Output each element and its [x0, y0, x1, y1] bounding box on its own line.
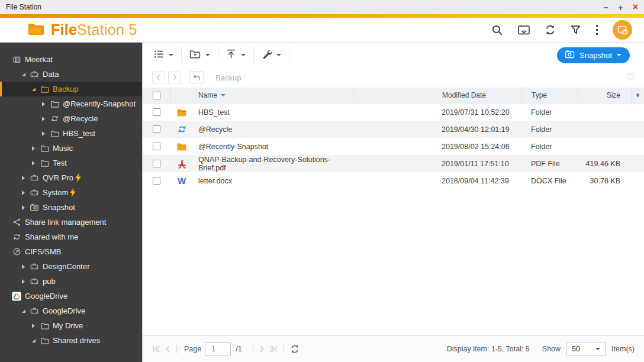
file-row-hbs-test[interactable]: HBS_test2019/07/31 10:52:20Folder	[143, 104, 644, 121]
share-icon	[12, 218, 21, 227]
file-row-letter-docx[interactable]: Wletter.docx2018/09/04 11:42:39DOCX File…	[143, 172, 644, 189]
search-icon[interactable]	[491, 24, 503, 36]
sidebar-item-my-drive[interactable]: My Drive	[0, 318, 142, 333]
last-page-button[interactable]	[269, 345, 278, 353]
refresh-icon[interactable]	[545, 24, 556, 35]
sidebar-item-cifs-smb[interactable]: CIFS/SMB	[0, 244, 142, 259]
sidebar-item-system[interactable]: System	[0, 185, 142, 200]
file-type: PDF File	[531, 160, 560, 168]
filter-icon[interactable]	[570, 24, 581, 35]
name-column-header[interactable]: Name	[194, 88, 353, 103]
expand-arrow-icon[interactable]	[32, 324, 40, 328]
drive-icon	[30, 277, 39, 286]
qts-desktop-icon[interactable]	[613, 20, 632, 40]
sidebar-item-shared-with-me[interactable]: Shared with me	[0, 230, 142, 244]
add-column-button[interactable]: +	[631, 88, 644, 103]
collapse-arrow-icon[interactable]	[22, 73, 30, 76]
view-mode-button[interactable]	[146, 47, 182, 63]
row-checkbox[interactable]	[153, 160, 160, 167]
go-up-button[interactable]	[189, 72, 204, 83]
type-column-header[interactable]: Type	[521, 88, 578, 103]
expand-arrow-icon[interactable]	[32, 161, 40, 166]
folder-fill-icon	[176, 107, 187, 118]
more-options-icon[interactable]	[595, 24, 598, 35]
collapse-arrow-icon[interactable]	[22, 309, 30, 313]
filestation-logo: FileStation 5	[27, 21, 137, 38]
sidebar-tree: MeerkatDataBackup@Recently-Snapshot@Recy…	[0, 43, 142, 362]
snapshot-button[interactable]: Snapshot	[557, 47, 630, 63]
row-checkbox[interactable]	[153, 125, 160, 133]
sidebar-item-label: Snapshot	[43, 203, 75, 212]
select-all-checkbox[interactable]	[153, 92, 160, 99]
sidebar-item-recycle[interactable]: @Recycle	[0, 111, 142, 126]
expand-arrow-icon[interactable]	[22, 279, 30, 284]
page-size-select[interactable]: 50	[566, 342, 606, 356]
file-row-recycle[interactable]: @Recycle2019/04/30 12:01:19Folder	[143, 121, 644, 138]
pdf-icon	[176, 159, 187, 169]
row-checkbox[interactable]	[153, 108, 160, 116]
previous-page-button[interactable]	[165, 345, 170, 353]
breadcrumb[interactable]: Backup	[215, 73, 241, 82]
sidebar-item-label: Test	[53, 159, 67, 167]
expand-arrow-icon[interactable]	[32, 146, 40, 151]
file-name: @Recycle	[198, 125, 232, 134]
sidebar-item-meerkat[interactable]: Meerkat	[0, 52, 142, 67]
refresh-list-icon[interactable]	[290, 344, 300, 354]
sidebar-item-designcenter[interactable]: DesignCenter	[0, 259, 142, 274]
sidebar-item-pub[interactable]: pub	[0, 274, 142, 289]
title-bar: File Station − + ×	[0, 0, 644, 14]
file-type: Folder	[531, 108, 552, 117]
size-column-header[interactable]: Size	[578, 88, 631, 103]
sidebar-item-test[interactable]: Test	[0, 156, 142, 170]
file-name: letter.docx	[198, 177, 232, 185]
file-modified-date: 2019/01/11 17:51:10	[442, 160, 509, 168]
maximize-icon[interactable]: +	[618, 3, 623, 12]
modified-date-column-header[interactable]: Modified Date	[353, 88, 521, 103]
file-list: HBS_test2019/07/31 10:52:20Folder@Recycl…	[143, 104, 644, 189]
file-row-recently-snapshot[interactable]: @Recently-Snapshot2019/08/02 15:24:06Fol…	[143, 138, 644, 155]
favorite-heart-icon[interactable]: ♡	[626, 73, 635, 82]
expand-arrow-icon[interactable]	[42, 117, 50, 121]
close-icon[interactable]: ×	[633, 2, 638, 12]
file-row-qnap-backup-and-recovery-solutions-brief-pdf[interactable]: QNAP-Backup-and-Recovery-Solutions-Brief…	[143, 155, 644, 172]
row-checkbox[interactable]	[153, 177, 160, 185]
sidebar-item-snapshot[interactable]: Snapshot	[0, 200, 142, 215]
folder-icon	[40, 336, 49, 345]
file-size: 30.78 KB	[590, 177, 620, 185]
sidebar-item-shared-drives[interactable]: Shared drives	[0, 333, 142, 348]
expand-arrow-icon[interactable]	[22, 176, 30, 180]
sidebar-item-hbs-test[interactable]: HBS_test	[0, 126, 142, 141]
first-page-button[interactable]	[152, 345, 160, 353]
create-folder-button[interactable]	[182, 47, 218, 63]
sidebar-item-share-link-management[interactable]: Share link management	[0, 215, 142, 230]
collapse-arrow-icon[interactable]	[32, 339, 40, 342]
expand-arrow-icon[interactable]	[42, 102, 50, 106]
chevron-down-icon	[617, 54, 622, 56]
sidebar-item-googledrive[interactable]: GoogleDrive	[0, 289, 142, 303]
tools-button[interactable]	[254, 47, 289, 63]
upload-button[interactable]	[218, 47, 254, 63]
status-bar: Page /1 Display item: 1-5, Total: 5 Show…	[143, 335, 644, 362]
page-label: Page	[184, 345, 201, 353]
drive-icon	[30, 70, 39, 79]
divider	[536, 345, 536, 353]
sidebar-item-data[interactable]: Data	[0, 67, 142, 82]
expand-arrow-icon[interactable]	[42, 131, 50, 136]
camera-icon	[30, 203, 39, 212]
page-number-input[interactable]	[205, 342, 231, 355]
sidebar-item-recently-snapshot[interactable]: @Recently-Snapshot	[0, 96, 142, 111]
row-checkbox[interactable]	[153, 143, 160, 150]
back-button[interactable]	[152, 72, 165, 83]
forward-button[interactable]	[168, 72, 181, 83]
expand-arrow-icon[interactable]	[22, 190, 30, 195]
expand-arrow-icon[interactable]	[22, 205, 30, 210]
minimize-icon[interactable]: −	[603, 3, 608, 12]
sidebar-item-qvr-pro[interactable]: QVR Pro	[0, 170, 142, 185]
sidebar-item-music[interactable]: Music	[0, 141, 142, 156]
sidebar-item-backup[interactable]: Backup	[0, 82, 142, 96]
expand-arrow-icon[interactable]	[22, 264, 30, 269]
sidebar-item-googledrive[interactable]: GoogleDrive	[0, 303, 142, 318]
next-page-button[interactable]	[259, 345, 265, 353]
remote-display-icon[interactable]	[517, 25, 530, 35]
collapse-arrow-icon[interactable]	[32, 88, 40, 91]
